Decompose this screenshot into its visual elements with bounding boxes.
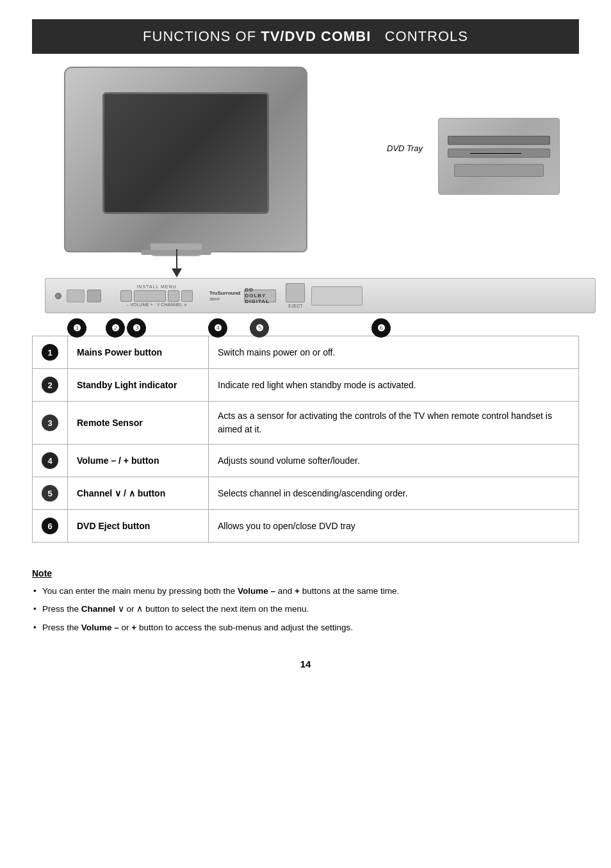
volume-channel-label: – VOLUME + V CHANNEL ∧	[126, 302, 186, 307]
table-desc-1: Switch mains power on or off.	[209, 336, 579, 369]
badge-2: ❷	[106, 318, 125, 338]
table-desc-4: Adjusts sound volume softer/louder.	[209, 445, 579, 477]
note-item-1: You can enter the main menu by pressing …	[32, 585, 579, 598]
trusurround-label: TruSurroundSBX®	[209, 290, 240, 302]
arrow-line	[176, 249, 177, 268]
table-desc-6: Allows you to open/close DVD tray	[209, 510, 579, 543]
badge-cell-5: 5	[42, 485, 58, 502]
remote-sensor	[87, 290, 101, 302]
table-label-6: DVD Eject button	[68, 510, 209, 543]
page-title: Functions of TV/DVD COMBI Controls	[45, 28, 566, 45]
table-desc-2: Indicate red light when standby mode is …	[209, 369, 579, 402]
badge-4-number: ❹	[214, 323, 222, 334]
label-text-3: Remote Sensor	[77, 418, 143, 428]
table-badge-6: 6	[33, 510, 68, 543]
table-badge-5: 5	[33, 477, 68, 510]
label-text-6: DVD Eject button	[77, 521, 150, 531]
note-list: You can enter the main menu by pressing …	[32, 585, 579, 634]
table-badge-3: 3	[33, 402, 68, 445]
vol-plus-btn[interactable]	[134, 290, 166, 302]
dvd-tray-connector-line	[470, 153, 521, 154]
badge-5-number: ❺	[256, 323, 264, 334]
table-row: 5Channel ∨ / ∧ buttonSelects channel in …	[33, 477, 579, 510]
page: Functions of TV/DVD COMBI Controls	[0, 0, 611, 868]
table-row: 1Mains Power buttonSwitch mains power on…	[33, 336, 579, 369]
badge-3: ❸	[127, 318, 146, 338]
page-number: 14	[32, 659, 579, 669]
table-label-2: Standby Light indicator	[68, 369, 209, 402]
table-row: 3Remote SensorActs as a sensor for activ…	[33, 402, 579, 445]
badge-6-number: ❻	[377, 323, 386, 334]
ch-up-btn[interactable]	[181, 290, 193, 302]
dvd-tray-image	[438, 118, 560, 195]
label-text-4: Volume – / + button	[77, 455, 159, 466]
controls-row	[120, 290, 193, 302]
dvd-slot	[311, 286, 363, 306]
badge-1-number: ❶	[73, 323, 81, 334]
table-badge-4: 4	[33, 445, 68, 477]
table-label-1: Mains Power button	[68, 336, 209, 369]
table-row: 6DVD Eject buttonAllows you to open/clos…	[33, 510, 579, 543]
badge-4: ❹	[208, 318, 227, 338]
badge-cell-2: 2	[42, 377, 58, 393]
standby-indicator	[67, 290, 85, 302]
badge-cell-6: 6	[42, 518, 58, 534]
controls-table: 1Mains Power buttonSwitch mains power on…	[32, 336, 579, 543]
badge-cell-4: 4	[42, 452, 58, 469]
eject-label: EJECT	[288, 304, 302, 308]
label-text-1: Mains Power button	[77, 347, 162, 357]
table-label-5: Channel ∨ / ∧ button	[68, 477, 209, 510]
badge-5: ❺	[250, 318, 269, 338]
badge-cell-3: 3	[42, 414, 58, 431]
power-indicator	[55, 293, 61, 299]
badge-6: ❻	[371, 318, 391, 338]
badge-1: ❶	[67, 318, 86, 338]
page-header: Functions of TV/DVD COMBI Controls	[32, 19, 579, 54]
dvd-tray-label: DVD Tray	[387, 143, 423, 153]
table-row: 4Volume – / + buttonAdjusts sound volume…	[33, 445, 579, 477]
badge-cell-1: 1	[42, 344, 58, 361]
title-prefix: Functions of	[143, 28, 256, 44]
label-text-2: Standby Light indicator	[77, 380, 177, 390]
tv-screen	[102, 92, 269, 214]
tv-image	[64, 67, 307, 252]
table-badge-2: 2	[33, 369, 68, 402]
note-item-2: Press the Channel ∨ or ∧ button to selec…	[32, 603, 579, 616]
badge-3-number: ❸	[133, 323, 141, 334]
install-menu-label: INSTALL MENU	[136, 284, 176, 289]
center-controls: INSTALL MENU – VOLUME + V CHANNEL ∧	[120, 284, 193, 307]
arrow-down	[172, 249, 182, 277]
table-row: 2Standby Light indicatorIndicate red lig…	[33, 369, 579, 402]
table-label-3: Remote Sensor	[68, 402, 209, 445]
dolby-badge: DD DOLBYDIGITAL	[244, 290, 276, 302]
ch-down-btn[interactable]	[168, 290, 179, 302]
eject-icon-box	[286, 283, 305, 302]
eject-area: EJECT	[286, 283, 305, 308]
title-suffix: Controls	[385, 28, 468, 44]
label-text-5: Channel ∨ / ∧ button	[77, 488, 165, 498]
dvd-tray-container: DVD Tray	[432, 118, 560, 201]
diagram-area: DVD Tray INSTALL MENU – VOLUME + V CHANN	[32, 67, 579, 323]
note-item-3: Press the Volume – or + button to access…	[32, 621, 579, 634]
table-badge-1: 1	[33, 336, 68, 369]
note-title: Note	[32, 568, 579, 578]
vol-minus-btn[interactable]	[120, 290, 132, 302]
table-label-4: Volume – / + button	[68, 445, 209, 477]
table-desc-3: Acts as a sensor for activating the cont…	[209, 402, 579, 445]
table-desc-5: Selects channel in descending/ascending …	[209, 477, 579, 510]
arrow-head	[172, 268, 182, 277]
note-section: Note You can enter the main menu by pres…	[32, 568, 579, 639]
badge-2-number: ❷	[111, 323, 120, 334]
control-panel-strip: INSTALL MENU – VOLUME + V CHANNEL ∧ TruS…	[45, 278, 596, 313]
title-main: TV/DVD COMBI	[261, 28, 371, 44]
